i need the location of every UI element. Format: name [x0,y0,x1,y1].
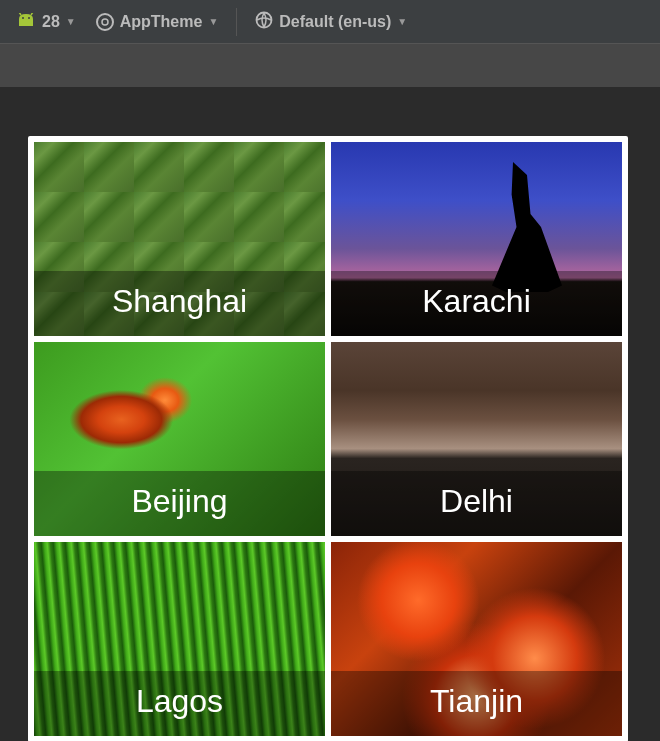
grid-item-shanghai[interactable]: Shanghai [34,142,325,336]
city-grid: Shanghai Karachi Beijing Delhi [34,142,622,736]
device-preview-frame: Shanghai Karachi Beijing Delhi [28,136,628,741]
theme-icon [96,13,114,31]
grid-item-label-bar: Karachi [331,271,622,336]
locale-label: Default (en-us) [279,13,391,31]
grid-item-lagos[interactable]: Lagos [34,542,325,736]
chevron-down-icon: ▼ [397,16,407,27]
design-canvas: Shanghai Karachi Beijing Delhi [0,88,660,741]
grid-item-tianjin[interactable]: Tianjin [331,542,622,736]
svg-point-0 [22,17,24,19]
svg-point-1 [28,17,30,19]
grid-item-karachi[interactable]: Karachi [331,142,622,336]
grid-item-label-bar: Beijing [34,471,325,536]
secondary-toolbar [0,44,660,88]
grid-item-label: Delhi [440,483,513,519]
grid-item-label: Karachi [422,283,531,319]
svg-point-5 [257,12,272,27]
grid-item-label: Shanghai [112,283,247,319]
toolbar-separator [236,8,237,36]
top-toolbar: 28 ▼ AppTheme ▼ Default (en-us) ▼ [0,0,660,44]
grid-item-label: Lagos [136,683,223,719]
grid-item-label-bar: Shanghai [34,271,325,336]
svg-line-2 [19,13,21,15]
grid-item-label: Tianjin [430,683,523,719]
grid-item-label-bar: Tianjin [331,671,622,736]
api-level-value: 28 [42,13,60,31]
locale-dropdown[interactable]: Default (en-us) ▼ [247,7,415,37]
globe-icon [255,11,273,33]
chevron-down-icon: ▼ [66,16,76,27]
grid-item-label-bar: Lagos [34,671,325,736]
grid-item-beijing[interactable]: Beijing [34,342,325,536]
grid-item-label: Beijing [131,483,227,519]
api-level-dropdown[interactable]: 28 ▼ [8,9,84,35]
grid-item-delhi[interactable]: Delhi [331,342,622,536]
theme-label: AppTheme [120,13,203,31]
theme-dropdown[interactable]: AppTheme ▼ [88,9,227,35]
svg-point-4 [102,19,108,25]
grid-item-label-bar: Delhi [331,471,622,536]
chevron-down-icon: ▼ [208,16,218,27]
android-icon [16,13,36,31]
svg-line-3 [31,13,33,15]
